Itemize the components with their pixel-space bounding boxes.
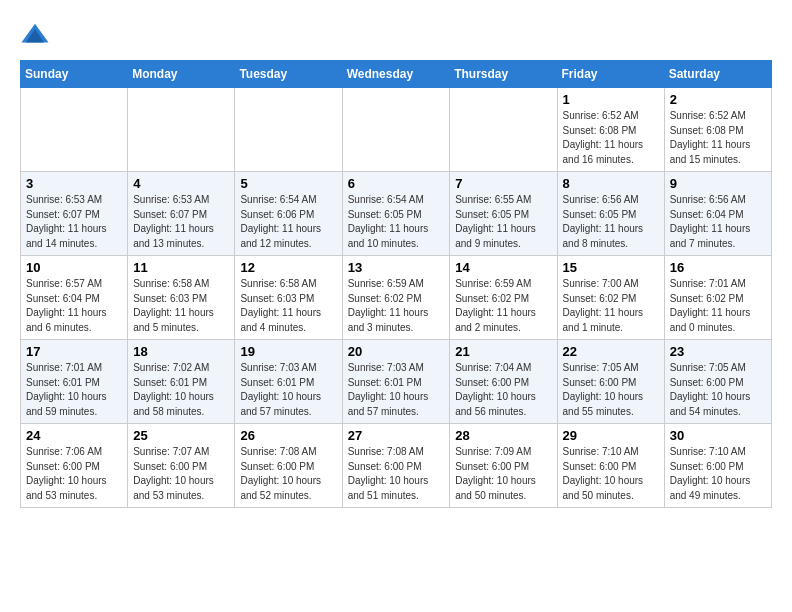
weekday-header-tuesday: Tuesday bbox=[235, 61, 342, 88]
calendar-cell: 2Sunrise: 6:52 AM Sunset: 6:08 PM Daylig… bbox=[664, 88, 771, 172]
day-info: Sunrise: 7:08 AM Sunset: 6:00 PM Dayligh… bbox=[240, 445, 336, 503]
day-info: Sunrise: 7:05 AM Sunset: 6:00 PM Dayligh… bbox=[670, 361, 766, 419]
calendar-cell: 20Sunrise: 7:03 AM Sunset: 6:01 PM Dayli… bbox=[342, 340, 450, 424]
calendar-cell: 1Sunrise: 6:52 AM Sunset: 6:08 PM Daylig… bbox=[557, 88, 664, 172]
day-number: 9 bbox=[670, 176, 766, 191]
calendar-week-row: 10Sunrise: 6:57 AM Sunset: 6:04 PM Dayli… bbox=[21, 256, 772, 340]
day-info: Sunrise: 6:52 AM Sunset: 6:08 PM Dayligh… bbox=[670, 109, 766, 167]
day-info: Sunrise: 7:03 AM Sunset: 6:01 PM Dayligh… bbox=[348, 361, 445, 419]
logo bbox=[20, 20, 56, 50]
day-info: Sunrise: 7:10 AM Sunset: 6:00 PM Dayligh… bbox=[563, 445, 659, 503]
day-number: 22 bbox=[563, 344, 659, 359]
day-info: Sunrise: 7:10 AM Sunset: 6:00 PM Dayligh… bbox=[670, 445, 766, 503]
day-info: Sunrise: 7:09 AM Sunset: 6:00 PM Dayligh… bbox=[455, 445, 551, 503]
calendar-cell: 19Sunrise: 7:03 AM Sunset: 6:01 PM Dayli… bbox=[235, 340, 342, 424]
day-info: Sunrise: 7:03 AM Sunset: 6:01 PM Dayligh… bbox=[240, 361, 336, 419]
calendar-cell: 11Sunrise: 6:58 AM Sunset: 6:03 PM Dayli… bbox=[128, 256, 235, 340]
page-header bbox=[20, 20, 772, 50]
calendar-cell: 25Sunrise: 7:07 AM Sunset: 6:00 PM Dayli… bbox=[128, 424, 235, 508]
calendar-week-row: 1Sunrise: 6:52 AM Sunset: 6:08 PM Daylig… bbox=[21, 88, 772, 172]
calendar-cell bbox=[235, 88, 342, 172]
day-info: Sunrise: 6:58 AM Sunset: 6:03 PM Dayligh… bbox=[240, 277, 336, 335]
day-info: Sunrise: 6:52 AM Sunset: 6:08 PM Dayligh… bbox=[563, 109, 659, 167]
day-info: Sunrise: 6:53 AM Sunset: 6:07 PM Dayligh… bbox=[26, 193, 122, 251]
calendar-cell: 23Sunrise: 7:05 AM Sunset: 6:00 PM Dayli… bbox=[664, 340, 771, 424]
weekday-header-monday: Monday bbox=[128, 61, 235, 88]
weekday-header-row: SundayMondayTuesdayWednesdayThursdayFrid… bbox=[21, 61, 772, 88]
day-info: Sunrise: 7:02 AM Sunset: 6:01 PM Dayligh… bbox=[133, 361, 229, 419]
calendar-cell: 15Sunrise: 7:00 AM Sunset: 6:02 PM Dayli… bbox=[557, 256, 664, 340]
day-info: Sunrise: 6:59 AM Sunset: 6:02 PM Dayligh… bbox=[455, 277, 551, 335]
calendar-cell: 13Sunrise: 6:59 AM Sunset: 6:02 PM Dayli… bbox=[342, 256, 450, 340]
day-number: 5 bbox=[240, 176, 336, 191]
calendar-cell: 8Sunrise: 6:56 AM Sunset: 6:05 PM Daylig… bbox=[557, 172, 664, 256]
weekday-header-thursday: Thursday bbox=[450, 61, 557, 88]
calendar-table: SundayMondayTuesdayWednesdayThursdayFrid… bbox=[20, 60, 772, 508]
day-number: 10 bbox=[26, 260, 122, 275]
day-number: 14 bbox=[455, 260, 551, 275]
day-number: 23 bbox=[670, 344, 766, 359]
day-number: 24 bbox=[26, 428, 122, 443]
day-info: Sunrise: 7:04 AM Sunset: 6:00 PM Dayligh… bbox=[455, 361, 551, 419]
day-info: Sunrise: 7:01 AM Sunset: 6:02 PM Dayligh… bbox=[670, 277, 766, 335]
calendar-week-row: 17Sunrise: 7:01 AM Sunset: 6:01 PM Dayli… bbox=[21, 340, 772, 424]
day-number: 4 bbox=[133, 176, 229, 191]
weekday-header-saturday: Saturday bbox=[664, 61, 771, 88]
day-number: 13 bbox=[348, 260, 445, 275]
day-number: 15 bbox=[563, 260, 659, 275]
calendar-cell: 5Sunrise: 6:54 AM Sunset: 6:06 PM Daylig… bbox=[235, 172, 342, 256]
calendar-cell: 28Sunrise: 7:09 AM Sunset: 6:00 PM Dayli… bbox=[450, 424, 557, 508]
calendar-cell: 4Sunrise: 6:53 AM Sunset: 6:07 PM Daylig… bbox=[128, 172, 235, 256]
day-info: Sunrise: 7:06 AM Sunset: 6:00 PM Dayligh… bbox=[26, 445, 122, 503]
calendar-cell bbox=[342, 88, 450, 172]
day-info: Sunrise: 7:00 AM Sunset: 6:02 PM Dayligh… bbox=[563, 277, 659, 335]
calendar-week-row: 24Sunrise: 7:06 AM Sunset: 6:00 PM Dayli… bbox=[21, 424, 772, 508]
calendar-cell: 10Sunrise: 6:57 AM Sunset: 6:04 PM Dayli… bbox=[21, 256, 128, 340]
calendar-cell: 12Sunrise: 6:58 AM Sunset: 6:03 PM Dayli… bbox=[235, 256, 342, 340]
calendar-cell: 24Sunrise: 7:06 AM Sunset: 6:00 PM Dayli… bbox=[21, 424, 128, 508]
calendar-cell: 21Sunrise: 7:04 AM Sunset: 6:00 PM Dayli… bbox=[450, 340, 557, 424]
day-number: 1 bbox=[563, 92, 659, 107]
calendar-header: SundayMondayTuesdayWednesdayThursdayFrid… bbox=[21, 61, 772, 88]
day-info: Sunrise: 6:54 AM Sunset: 6:05 PM Dayligh… bbox=[348, 193, 445, 251]
day-info: Sunrise: 7:01 AM Sunset: 6:01 PM Dayligh… bbox=[26, 361, 122, 419]
weekday-header-sunday: Sunday bbox=[21, 61, 128, 88]
day-number: 17 bbox=[26, 344, 122, 359]
weekday-header-wednesday: Wednesday bbox=[342, 61, 450, 88]
calendar-body: 1Sunrise: 6:52 AM Sunset: 6:08 PM Daylig… bbox=[21, 88, 772, 508]
day-number: 20 bbox=[348, 344, 445, 359]
day-info: Sunrise: 6:57 AM Sunset: 6:04 PM Dayligh… bbox=[26, 277, 122, 335]
calendar-cell: 3Sunrise: 6:53 AM Sunset: 6:07 PM Daylig… bbox=[21, 172, 128, 256]
day-info: Sunrise: 6:53 AM Sunset: 6:07 PM Dayligh… bbox=[133, 193, 229, 251]
day-number: 2 bbox=[670, 92, 766, 107]
calendar-cell bbox=[128, 88, 235, 172]
day-number: 11 bbox=[133, 260, 229, 275]
day-info: Sunrise: 7:05 AM Sunset: 6:00 PM Dayligh… bbox=[563, 361, 659, 419]
day-number: 30 bbox=[670, 428, 766, 443]
day-info: Sunrise: 7:07 AM Sunset: 6:00 PM Dayligh… bbox=[133, 445, 229, 503]
day-info: Sunrise: 7:08 AM Sunset: 6:00 PM Dayligh… bbox=[348, 445, 445, 503]
day-info: Sunrise: 6:58 AM Sunset: 6:03 PM Dayligh… bbox=[133, 277, 229, 335]
day-number: 7 bbox=[455, 176, 551, 191]
day-info: Sunrise: 6:59 AM Sunset: 6:02 PM Dayligh… bbox=[348, 277, 445, 335]
calendar-cell: 9Sunrise: 6:56 AM Sunset: 6:04 PM Daylig… bbox=[664, 172, 771, 256]
calendar-cell: 7Sunrise: 6:55 AM Sunset: 6:05 PM Daylig… bbox=[450, 172, 557, 256]
day-number: 16 bbox=[670, 260, 766, 275]
calendar-cell: 26Sunrise: 7:08 AM Sunset: 6:00 PM Dayli… bbox=[235, 424, 342, 508]
calendar-cell: 29Sunrise: 7:10 AM Sunset: 6:00 PM Dayli… bbox=[557, 424, 664, 508]
day-number: 27 bbox=[348, 428, 445, 443]
day-number: 21 bbox=[455, 344, 551, 359]
day-info: Sunrise: 6:55 AM Sunset: 6:05 PM Dayligh… bbox=[455, 193, 551, 251]
weekday-header-friday: Friday bbox=[557, 61, 664, 88]
calendar-cell: 30Sunrise: 7:10 AM Sunset: 6:00 PM Dayli… bbox=[664, 424, 771, 508]
day-info: Sunrise: 6:56 AM Sunset: 6:04 PM Dayligh… bbox=[670, 193, 766, 251]
calendar-cell: 27Sunrise: 7:08 AM Sunset: 6:00 PM Dayli… bbox=[342, 424, 450, 508]
day-number: 19 bbox=[240, 344, 336, 359]
calendar-cell: 6Sunrise: 6:54 AM Sunset: 6:05 PM Daylig… bbox=[342, 172, 450, 256]
day-number: 29 bbox=[563, 428, 659, 443]
calendar-cell: 17Sunrise: 7:01 AM Sunset: 6:01 PM Dayli… bbox=[21, 340, 128, 424]
calendar-cell: 22Sunrise: 7:05 AM Sunset: 6:00 PM Dayli… bbox=[557, 340, 664, 424]
day-info: Sunrise: 6:54 AM Sunset: 6:06 PM Dayligh… bbox=[240, 193, 336, 251]
day-number: 12 bbox=[240, 260, 336, 275]
calendar-cell: 18Sunrise: 7:02 AM Sunset: 6:01 PM Dayli… bbox=[128, 340, 235, 424]
